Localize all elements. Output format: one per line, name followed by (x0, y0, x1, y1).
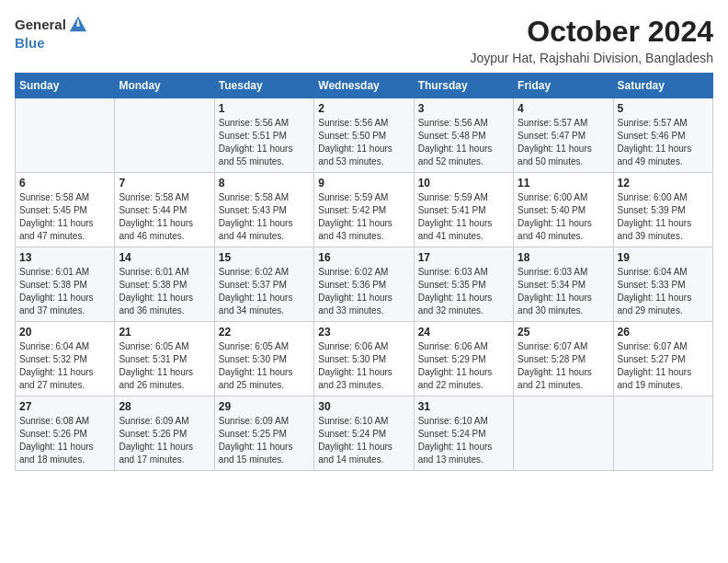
day-detail: Sunrise: 5:57 AM Sunset: 5:46 PM Dayligh… (618, 117, 709, 168)
day-detail: Sunrise: 6:06 AM Sunset: 5:29 PM Dayligh… (418, 340, 509, 392)
calendar-cell (514, 396, 613, 471)
day-detail: Sunrise: 6:09 AM Sunset: 5:26 PM Dayligh… (119, 415, 210, 466)
calendar-cell: 22Sunrise: 6:05 AM Sunset: 5:30 PM Dayli… (214, 322, 313, 396)
calendar-cell: 15Sunrise: 6:02 AM Sunset: 5:37 PM Dayli… (214, 247, 313, 322)
day-number: 12 (618, 177, 709, 190)
day-detail: Sunrise: 6:10 AM Sunset: 5:24 PM Dayligh… (318, 415, 409, 466)
day-detail: Sunrise: 6:02 AM Sunset: 5:36 PM Dayligh… (318, 266, 409, 317)
day-detail: Sunrise: 6:09 AM Sunset: 5:25 PM Dayligh… (219, 415, 310, 466)
day-detail: Sunrise: 5:58 AM Sunset: 5:45 PM Dayligh… (19, 191, 110, 243)
day-number: 31 (418, 400, 509, 413)
day-detail: Sunrise: 6:02 AM Sunset: 5:37 PM Dayligh… (219, 266, 310, 317)
calendar-cell: 30Sunrise: 6:10 AM Sunset: 5:24 PM Dayli… (314, 396, 414, 471)
calendar-table: SundayMondayTuesdayWednesdayThursdayFrid… (15, 73, 713, 471)
calendar-cell: 6Sunrise: 5:58 AM Sunset: 5:45 PM Daylig… (16, 173, 115, 247)
day-number: 9 (318, 177, 409, 190)
day-number: 2 (318, 102, 409, 115)
day-detail: Sunrise: 5:58 AM Sunset: 5:44 PM Dayligh… (119, 191, 210, 243)
day-number: 30 (318, 400, 409, 413)
calendar-cell: 27Sunrise: 6:08 AM Sunset: 5:26 PM Dayli… (16, 396, 115, 471)
day-number: 19 (618, 251, 709, 264)
location-title: Joypur Hat, Rajshahi Division, Banglades… (470, 51, 713, 65)
day-detail: Sunrise: 6:00 AM Sunset: 5:39 PM Dayligh… (618, 191, 709, 243)
day-number: 6 (19, 177, 110, 190)
day-number: 28 (119, 400, 210, 413)
day-number: 7 (119, 177, 210, 190)
day-number: 16 (318, 251, 409, 264)
calendar-cell: 23Sunrise: 6:06 AM Sunset: 5:30 PM Dayli… (314, 322, 414, 396)
day-detail: Sunrise: 5:59 AM Sunset: 5:41 PM Dayligh… (418, 191, 509, 243)
weekday-header-monday: Monday (115, 74, 214, 98)
day-number: 14 (119, 251, 210, 264)
day-number: 4 (518, 102, 609, 115)
day-number: 26 (618, 326, 709, 339)
day-detail: Sunrise: 6:00 AM Sunset: 5:40 PM Dayligh… (518, 191, 609, 243)
calendar-cell: 9Sunrise: 5:59 AM Sunset: 5:42 PM Daylig… (314, 173, 414, 247)
day-number: 22 (219, 326, 310, 339)
calendar-cell: 31Sunrise: 6:10 AM Sunset: 5:24 PM Dayli… (414, 396, 513, 471)
weekday-header-wednesday: Wednesday (314, 74, 414, 98)
calendar-cell: 18Sunrise: 6:03 AM Sunset: 5:34 PM Dayli… (514, 247, 613, 322)
calendar-cell: 29Sunrise: 6:09 AM Sunset: 5:25 PM Dayli… (214, 396, 313, 471)
calendar-week-1: 1Sunrise: 5:56 AM Sunset: 5:51 PM Daylig… (16, 98, 713, 173)
day-detail: Sunrise: 6:03 AM Sunset: 5:35 PM Dayligh… (418, 266, 509, 317)
calendar-cell: 2Sunrise: 5:56 AM Sunset: 5:50 PM Daylig… (314, 98, 414, 173)
calendar-cell: 21Sunrise: 6:05 AM Sunset: 5:31 PM Dayli… (115, 322, 214, 396)
logo-general: General (15, 17, 66, 33)
calendar-cell: 19Sunrise: 6:04 AM Sunset: 5:33 PM Dayli… (613, 247, 712, 322)
calendar-cell: 25Sunrise: 6:07 AM Sunset: 5:28 PM Dayli… (514, 322, 613, 396)
day-detail: Sunrise: 6:04 AM Sunset: 5:32 PM Dayligh… (19, 340, 110, 392)
day-number: 18 (518, 251, 609, 264)
day-detail: Sunrise: 6:03 AM Sunset: 5:34 PM Dayligh… (518, 266, 609, 317)
day-detail: Sunrise: 6:05 AM Sunset: 5:30 PM Dayligh… (219, 340, 310, 392)
calendar-cell: 24Sunrise: 6:06 AM Sunset: 5:29 PM Dayli… (414, 322, 513, 396)
day-number: 10 (418, 177, 509, 190)
day-number: 1 (219, 102, 310, 115)
day-detail: Sunrise: 5:58 AM Sunset: 5:43 PM Dayligh… (219, 191, 310, 243)
day-detail: Sunrise: 6:01 AM Sunset: 5:38 PM Dayligh… (119, 266, 210, 317)
weekday-header-friday: Friday (514, 74, 613, 98)
weekday-header-saturday: Saturday (613, 74, 712, 98)
day-detail: Sunrise: 6:04 AM Sunset: 5:33 PM Dayligh… (618, 266, 709, 317)
logo: General Blue (15, 15, 88, 52)
day-number: 24 (418, 326, 509, 339)
day-detail: Sunrise: 6:10 AM Sunset: 5:24 PM Dayligh… (418, 415, 509, 466)
calendar-cell: 28Sunrise: 6:09 AM Sunset: 5:26 PM Dayli… (115, 396, 214, 471)
day-detail: Sunrise: 6:07 AM Sunset: 5:28 PM Dayligh… (518, 340, 609, 392)
day-number: 11 (518, 177, 609, 190)
calendar-cell: 20Sunrise: 6:04 AM Sunset: 5:32 PM Dayli… (16, 322, 115, 396)
day-detail: Sunrise: 6:06 AM Sunset: 5:30 PM Dayligh… (318, 340, 409, 392)
calendar-cell (613, 396, 712, 471)
weekday-header-row: SundayMondayTuesdayWednesdayThursdayFrid… (16, 74, 713, 98)
day-number: 13 (19, 251, 110, 264)
day-detail: Sunrise: 5:56 AM Sunset: 5:51 PM Dayligh… (219, 117, 310, 168)
calendar-cell: 11Sunrise: 6:00 AM Sunset: 5:40 PM Dayli… (514, 173, 613, 247)
day-number: 17 (418, 251, 509, 264)
day-detail: Sunrise: 6:08 AM Sunset: 5:26 PM Dayligh… (19, 415, 110, 466)
calendar-cell: 16Sunrise: 6:02 AM Sunset: 5:36 PM Dayli… (314, 247, 414, 322)
logo-icon (68, 15, 88, 35)
calendar-cell: 14Sunrise: 6:01 AM Sunset: 5:38 PM Dayli… (115, 247, 214, 322)
day-detail: Sunrise: 5:56 AM Sunset: 5:50 PM Dayligh… (318, 117, 409, 168)
calendar-cell: 13Sunrise: 6:01 AM Sunset: 5:38 PM Dayli… (16, 247, 115, 322)
weekday-header-thursday: Thursday (414, 74, 513, 98)
day-number: 29 (219, 400, 310, 413)
calendar-week-2: 6Sunrise: 5:58 AM Sunset: 5:45 PM Daylig… (16, 173, 713, 247)
calendar-cell: 26Sunrise: 6:07 AM Sunset: 5:27 PM Dayli… (613, 322, 712, 396)
calendar-cell: 3Sunrise: 5:56 AM Sunset: 5:48 PM Daylig… (414, 98, 513, 173)
day-detail: Sunrise: 5:59 AM Sunset: 5:42 PM Dayligh… (318, 191, 409, 243)
day-number: 21 (119, 326, 210, 339)
day-number: 8 (219, 177, 310, 190)
calendar-cell: 1Sunrise: 5:56 AM Sunset: 5:51 PM Daylig… (214, 98, 313, 173)
calendar-cell: 17Sunrise: 6:03 AM Sunset: 5:35 PM Dayli… (414, 247, 513, 322)
weekday-header-tuesday: Tuesday (214, 74, 313, 98)
calendar-body: 1Sunrise: 5:56 AM Sunset: 5:51 PM Daylig… (16, 98, 713, 471)
calendar-week-3: 13Sunrise: 6:01 AM Sunset: 5:38 PM Dayli… (16, 247, 713, 322)
calendar-cell: 4Sunrise: 5:57 AM Sunset: 5:47 PM Daylig… (514, 98, 613, 173)
calendar-cell: 8Sunrise: 5:58 AM Sunset: 5:43 PM Daylig… (214, 173, 313, 247)
calendar-cell: 7Sunrise: 5:58 AM Sunset: 5:44 PM Daylig… (115, 173, 214, 247)
calendar-cell (16, 98, 115, 173)
calendar-cell (115, 98, 214, 173)
logo-blue: Blue (15, 35, 45, 51)
day-number: 27 (19, 400, 110, 413)
